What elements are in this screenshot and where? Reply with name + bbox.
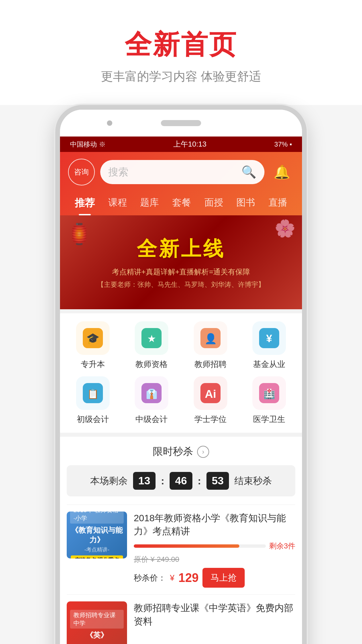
phone-speaker xyxy=(161,120,201,126)
countdown-label: 本场剩余 xyxy=(90,475,128,487)
sale-currency-1: ¥ xyxy=(170,573,174,583)
countdown-hours: 13 xyxy=(133,472,156,490)
svg-text:¥: ¥ xyxy=(266,332,272,344)
tab-live[interactable]: 直播 xyxy=(265,191,291,215)
promo-section: 全新首页 更丰富的学习内容 体验更舒适 xyxy=(0,0,362,105)
status-icons: 37% ▪ xyxy=(274,141,292,148)
banner-subtitle: 考点精讲+真题详解+直播解析=通关有保障 xyxy=(97,266,265,278)
thumb-subtitle-1: -考点精讲- xyxy=(84,546,110,553)
category-icon-chujikuaiji: 📋 xyxy=(76,376,110,410)
consult-button[interactable]: 咨询 xyxy=(68,159,95,185)
flash-sale-more[interactable]: › xyxy=(197,446,209,458)
sale-label-1: 秒杀价： xyxy=(134,573,166,583)
product-thumb-1: 2018年·教师资格·小学 《教育知识与能力》 -考点精讲- 突破考点 强化重点 xyxy=(67,512,127,558)
category-icon-zhuanshengben: 🎓 xyxy=(76,321,110,355)
main-content: 🏮 全新上线 考点精讲+真题详解+直播解析=通关有保障 【主要老师：张帅、马先生… xyxy=(60,215,302,644)
notification-button[interactable]: 🔔 xyxy=(270,160,294,184)
category-icon-yixuewesheng: 🏥 xyxy=(252,376,286,410)
category-jiaoshizhaopn[interactable]: 👤 教师招聘 xyxy=(184,321,237,370)
flash-sale-section: 限时秒杀 › 本场剩余 13 : 46 : 53 结束秒杀 xyxy=(60,437,302,644)
svg-text:🏥: 🏥 xyxy=(263,388,275,399)
product-card-2: 教师招聘专业课中学 《英》 教师招聘专业课《中学英语》免费内部资料 xyxy=(67,594,295,644)
category-icon-zhongjikuaiji: 👔 xyxy=(135,376,168,410)
header-search-row: 咨询 搜索 🔍 🔔 xyxy=(68,159,294,185)
category-grid: 🎓 专升本 ★ 教师资格 👤 教师招聘 xyxy=(67,321,295,425)
category-label-xueshixuewei: 学士学位 xyxy=(194,414,227,425)
phone-top xyxy=(60,110,302,137)
category-icon-jiaoshizige: ★ xyxy=(135,321,168,355)
sale-price-1: 129 xyxy=(178,571,198,585)
category-label-chujikuaiji: 初级会计 xyxy=(77,414,109,425)
buy-button-1[interactable]: 马上抢 xyxy=(202,568,245,588)
tab-package[interactable]: 套餐 xyxy=(169,191,194,215)
category-zhuanshengben[interactable]: 🎓 专升本 xyxy=(67,321,119,370)
remaining-text-1: 剩余3件 xyxy=(269,541,295,551)
search-icon: 🔍 xyxy=(241,165,256,179)
countdown-bar: 本场剩余 13 : 46 : 53 结束秒杀 xyxy=(67,465,295,496)
consult-label: 咨询 xyxy=(74,167,89,177)
product-thumb-red-2: 教师招聘专业课中学 《英》 xyxy=(67,601,127,644)
status-time: 上午10:13 xyxy=(173,139,206,149)
tab-books[interactable]: 图书 xyxy=(233,191,258,215)
svg-text:👔: 👔 xyxy=(146,388,158,399)
status-bar: 中国移动 ※ 上午10:13 37% ▪ xyxy=(60,137,302,152)
category-section: 🎓 专升本 ★ 教师资格 👤 教师招聘 xyxy=(60,313,302,433)
progress-bar-fill-1 xyxy=(134,544,239,548)
banner: 🏮 全新上线 考点精讲+真题详解+直播解析=通关有保障 【主要老师：张帅、马先生… xyxy=(60,215,302,309)
countdown-seconds: 53 xyxy=(206,472,229,490)
sale-row-1: 秒杀价： ¥ 129 马上抢 xyxy=(134,568,295,588)
promo-subtitle: 更丰富的学习内容 体验更舒适 xyxy=(0,68,362,85)
countdown-end: 结束秒杀 xyxy=(234,475,272,487)
tab-offline[interactable]: 面授 xyxy=(201,191,227,215)
phone-wrapper: 中国移动 ※ 上午10:13 37% ▪ 咨询 搜索 🔍 🔔 推荐 xyxy=(0,105,362,644)
banner-decoration-right: 🌸 xyxy=(275,219,295,238)
status-carrier: 中国移动 ※ xyxy=(70,140,106,149)
product-title-2: 教师招聘专业课《中学英语》免费内部资料 xyxy=(134,601,295,628)
product-card-1: 2018年·教师资格·小学 《教育知识与能力》 -考点精讲- 突破考点 强化重点… xyxy=(67,504,295,594)
category-label-jiaoshizhaopn: 教师招聘 xyxy=(194,359,227,370)
category-label-yixuewesheng: 医学卫生 xyxy=(253,414,285,425)
svg-text:★: ★ xyxy=(147,333,156,344)
search-bar[interactable]: 搜索 🔍 xyxy=(100,160,264,184)
thumb-title-2: 《英》 xyxy=(86,631,108,640)
progress-bar-wrap-1 xyxy=(134,544,266,548)
category-zhongjikuaiji[interactable]: 👔 中级会计 xyxy=(126,376,178,425)
category-chujikuaiji[interactable]: 📋 初级会计 xyxy=(67,376,119,425)
category-jiaoshizige[interactable]: ★ 教师资格 xyxy=(126,321,178,370)
countdown-colon2: : xyxy=(198,475,201,487)
thumb-btn-1: 突破考点 强化重点 xyxy=(71,555,123,558)
product-thumb-blue-1: 2018年·教师资格·小学 《教育知识与能力》 -考点精讲- 突破考点 强化重点 xyxy=(67,512,127,558)
svg-text:👤: 👤 xyxy=(204,333,217,345)
category-label-jijincongye: 基金从业 xyxy=(253,359,285,370)
phone-camera xyxy=(107,120,112,126)
product-info-2: 教师招聘专业课《中学英语》免费内部资料 xyxy=(134,601,295,644)
product-progress-row-1: 剩余3件 xyxy=(134,541,295,551)
tab-recommend[interactable]: 推荐 xyxy=(71,191,98,215)
category-jijincongye[interactable]: ¥ 基金从业 xyxy=(243,321,296,370)
banner-content: 全新上线 考点精讲+真题详解+直播解析=通关有保障 【主要老师：张帅、马先生、马… xyxy=(97,235,265,289)
category-label-jiaoshizige: 教师资格 xyxy=(135,359,168,370)
category-icon-jijincongye: ¥ xyxy=(252,321,286,355)
price-row-1: 原价 ¥ 249.00 xyxy=(134,554,295,565)
bell-icon: 🔔 xyxy=(274,164,290,180)
thumb-tag-1: 2018年·教师资格·小学 xyxy=(70,512,124,524)
category-xueshixuewei[interactable]: Ai 学士学位 xyxy=(184,376,237,425)
product-info-1: 2018年教师资格小学《教育知识与能力》考点精讲 剩余3件 原价 ¥ 249.0… xyxy=(134,512,295,588)
tab-questions[interactable]: 题库 xyxy=(137,191,162,215)
header: 咨询 搜索 🔍 🔔 推荐 课程 题库 套餐 面授 图书 直播 xyxy=(60,152,302,215)
category-icon-jiaoshizhaopn: 👤 xyxy=(194,321,227,355)
countdown-minutes: 46 xyxy=(170,472,192,490)
svg-text:Ai: Ai xyxy=(205,387,216,400)
banner-desc2: 【主要老师：张帅、马先生、马罗琦、刘华涛、许博宇】 xyxy=(97,280,265,289)
category-label-zhongjikuaiji: 中级会计 xyxy=(135,414,168,425)
product-title-1: 2018年教师资格小学《教育知识与能力》考点精讲 xyxy=(134,512,295,538)
nav-tabs: 推荐 课程 题库 套餐 面授 图书 直播 xyxy=(68,191,294,215)
category-label-zhuanshengben: 专升本 xyxy=(81,359,105,370)
tab-course[interactable]: 课程 xyxy=(105,191,130,215)
banner-title: 全新上线 xyxy=(97,235,265,263)
flash-sale-title: 限时秒杀 xyxy=(153,445,193,459)
phone-frame: 中国移动 ※ 上午10:13 37% ▪ 咨询 搜索 🔍 🔔 推荐 xyxy=(55,105,307,644)
thumb-tag-2: 教师招聘专业课中学 xyxy=(70,610,124,629)
category-yixuewesheng[interactable]: 🏥 医学卫生 xyxy=(243,376,296,425)
banner-decoration-left: 🏮 xyxy=(67,222,92,246)
